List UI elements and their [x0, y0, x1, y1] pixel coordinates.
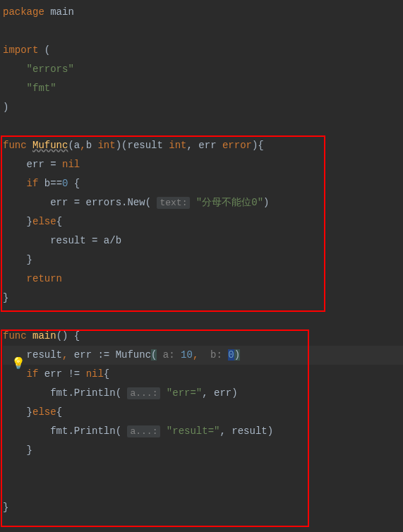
- paren: ): [263, 197, 269, 208]
- code-line[interactable]: err = errors.New( text: "分母不能位0"): [3, 193, 403, 212]
- comma: ,: [62, 349, 74, 361]
- code-line[interactable]: fmt.Println( a...: "err=", err): [3, 384, 403, 403]
- sig: () {: [56, 330, 80, 341]
- keyword-if: if: [3, 178, 38, 189]
- text: err := Mufunc: [74, 349, 151, 361]
- type-int: int: [97, 140, 115, 151]
- keyword-else: else: [32, 406, 56, 418]
- code-line[interactable]: }else{: [3, 212, 403, 231]
- code-line[interactable]: [3, 22, 403, 41]
- brace: }: [3, 445, 32, 456]
- code-line[interactable]: fmt.Println( a...: "result=", result): [3, 422, 403, 441]
- keyword-nil: nil: [86, 368, 104, 380]
- cond: b==: [38, 178, 62, 189]
- lightbulb-icon[interactable]: 💡: [11, 355, 25, 374]
- brace: }: [3, 216, 32, 227]
- code-line[interactable]: err = nil: [3, 155, 403, 174]
- code-line[interactable]: if err != nil{: [3, 365, 403, 384]
- text: err =: [3, 159, 62, 170]
- paren: ): [3, 102, 8, 113]
- keyword-return: return: [3, 273, 62, 284]
- code-line[interactable]: func main() {: [3, 327, 403, 346]
- text: err = errors.New(: [3, 197, 157, 208]
- code-line[interactable]: package main: [3, 3, 403, 22]
- param-hint-b: b:: [198, 349, 228, 361]
- code-line[interactable]: }: [3, 441, 403, 460]
- code-line[interactable]: result = a/b: [3, 231, 403, 250]
- sig: ){: [252, 140, 264, 151]
- code-line[interactable]: func Mufunc(a,b int)(result int, err err…: [3, 136, 403, 155]
- brace: {: [56, 406, 62, 418]
- param-hint-a: a...:: [127, 387, 160, 399]
- code-editor[interactable]: package main import ( "errors" "fmt" ) f…: [0, 0, 403, 520]
- code-line[interactable]: if b==0 {: [3, 174, 403, 193]
- keyword-import: import: [3, 44, 38, 56]
- brace: {: [104, 368, 109, 380]
- code-line-current[interactable]: result, err := Mufunc( a: 10, b: 0): [3, 346, 403, 365]
- comma: ,: [80, 140, 85, 151]
- type-error: error: [222, 140, 252, 151]
- param-hint-a: a:: [157, 349, 181, 361]
- code-line[interactable]: [3, 308, 403, 327]
- keyword-else: else: [32, 216, 56, 227]
- cond: err !=: [38, 368, 85, 380]
- code-line[interactable]: }: [3, 289, 403, 308]
- keyword-package: package: [3, 6, 44, 18]
- brace: {: [68, 178, 80, 189]
- text: fmt.Println(: [3, 387, 127, 399]
- brace: {: [56, 216, 62, 227]
- paren-match: ): [234, 349, 240, 361]
- keyword-func: func: [3, 330, 27, 341]
- text: result = a/b: [3, 235, 121, 246]
- keyword-func: func: [3, 140, 27, 151]
- text: , result): [219, 425, 273, 437]
- sig: , err: [187, 140, 222, 151]
- code-line[interactable]: "errors": [3, 60, 403, 79]
- number-0-selected: 0: [228, 349, 234, 361]
- number-10: 10: [181, 349, 193, 361]
- code-line[interactable]: [3, 117, 403, 136]
- brace: }: [3, 502, 8, 513]
- string-divzero: "分母不能位0": [190, 197, 263, 208]
- string-errors: "errors": [27, 64, 74, 75]
- param-hint-a: a...:: [127, 425, 160, 437]
- brace: }: [3, 292, 8, 303]
- package-name: main: [50, 6, 74, 18]
- string-result: "result=": [160, 425, 219, 437]
- keyword-nil: nil: [62, 159, 80, 170]
- func-name-mufunc: Mufunc: [32, 140, 68, 151]
- sig: b: [86, 140, 98, 151]
- text: fmt.Println(: [3, 425, 127, 437]
- sig: )(result: [116, 140, 169, 151]
- brace: }: [3, 406, 32, 418]
- code-line[interactable]: [3, 460, 403, 479]
- string-fmt: "fmt": [27, 83, 56, 94]
- code-line[interactable]: [3, 479, 403, 498]
- text: , err): [202, 387, 237, 399]
- param-hint-text: text:: [157, 197, 190, 209]
- code-line[interactable]: return: [3, 270, 403, 289]
- func-name-main: main: [27, 330, 56, 341]
- code-line[interactable]: import (: [3, 41, 403, 60]
- type-int: int: [169, 140, 186, 151]
- code-line[interactable]: }: [3, 498, 403, 517]
- paren: (: [44, 44, 50, 56]
- code-line[interactable]: }: [3, 250, 403, 270]
- code-line[interactable]: }else{: [3, 403, 403, 422]
- code-line[interactable]: "fmt": [3, 79, 403, 98]
- sig: (a: [68, 140, 80, 151]
- code-line[interactable]: ): [3, 98, 403, 117]
- string-err: "err=": [160, 387, 202, 399]
- brace: }: [3, 254, 32, 265]
